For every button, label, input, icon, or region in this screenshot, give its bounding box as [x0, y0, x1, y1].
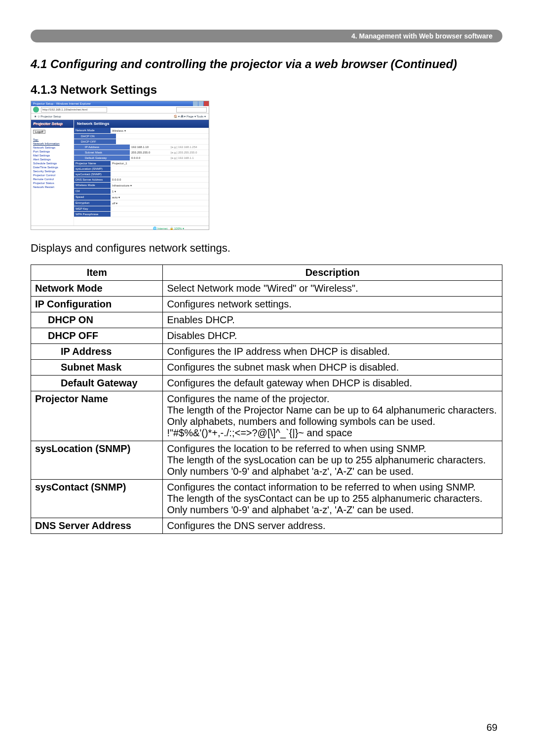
settings-row-value: auto ▾	[111, 194, 209, 200]
description-cell: Disables DHCP.	[163, 328, 502, 344]
sidebar-item: Mail Settings	[33, 153, 74, 157]
status-bar-text: Internet	[157, 227, 167, 230]
settings-row: Encryptionoff ▾	[74, 200, 209, 206]
settings-row-label: Projector Name	[74, 161, 111, 166]
intro-text: Displays and configures network settings…	[31, 242, 502, 255]
item-cell: DHCP ON	[31, 312, 163, 328]
embedded-screenshot: Projector Setup - Windows Internet Explo…	[31, 101, 209, 230]
settings-row-value: 0.0.0.0	[111, 177, 209, 182]
settings-row: Projector NameProjector_1	[74, 161, 209, 166]
item-cell: Default Gateway	[31, 376, 163, 391]
settings-row-value: 255.255.255.0[e.g.] 255.255.255.0	[130, 150, 209, 155]
table-row: Projector NameConfigures the name of the…	[31, 391, 502, 441]
settings-row-label: WPA Passphrase	[74, 212, 111, 217]
address-bar: http://192.168.1.10/admin/net.html	[31, 106, 209, 113]
settings-row-value	[111, 206, 209, 211]
panel-title: Network Settings	[74, 120, 209, 128]
settings-row: Default Gateway0.0.0.0[e.g.] 192.168.1.1	[74, 155, 209, 161]
settings-row-label: sysLocation (SNMP)	[74, 166, 111, 171]
table-row: IP ConfigurationConfigures network setti…	[31, 297, 502, 312]
settings-row-label: DNS Server Address	[74, 177, 111, 182]
window-title: Projector Setup - Windows Internet Explo…	[33, 102, 91, 105]
item-cell: Network Mode	[31, 281, 163, 297]
table-row: DHCP OFFDisables DHCP.	[31, 328, 502, 344]
settings-row: DHCP ON	[74, 134, 209, 139]
item-cell: sysLocation (SNMP)	[31, 441, 163, 480]
item-cell: Subnet Mask	[31, 360, 163, 376]
fav-label: Projector Setup	[40, 115, 61, 118]
settings-row-value	[111, 172, 209, 177]
table-row: sysContact (SNMP)Configures the contact …	[31, 480, 502, 518]
settings-row-label: Wireless Mode	[74, 183, 111, 188]
main-panel: Network Settings Network ModeWireless ▾D…	[74, 120, 209, 226]
item-cell: IP Configuration	[31, 297, 163, 312]
description-cell: Configures the subnet mask when DHCP is …	[163, 360, 502, 376]
sidebar-item: Date/Time Settings	[33, 165, 74, 169]
description-cell: Configures the default gateway when DHCP…	[163, 376, 502, 391]
sidebar-item: Schedule Settings	[33, 161, 74, 165]
description-cell: Enables DHCP.	[163, 312, 502, 328]
settings-row-label: CH	[74, 189, 111, 194]
description-cell: Select Network mode "Wired" or "Wireless…	[163, 281, 502, 297]
window-controls	[192, 101, 209, 106]
settings-row: Subnet Mask255.255.255.0[e.g.] 255.255.2…	[74, 150, 209, 155]
sidebar-item: Projector Control	[33, 173, 74, 177]
settings-row: Wireless ModeInfrastructure ▾	[74, 183, 209, 189]
settings-row-label: Speed	[74, 194, 111, 200]
settings-row-label: Default Gateway	[74, 155, 130, 160]
col-header-description: Description	[163, 265, 502, 281]
settings-row-value: off ▾	[111, 200, 209, 206]
settings-row-label: WEP Key	[74, 206, 111, 211]
close-icon	[204, 101, 209, 106]
settings-row: CH1 ▾	[74, 189, 209, 194]
sidebar-item: Network Restart	[33, 185, 74, 189]
settings-row-label: DHCP OFF	[74, 139, 116, 144]
table-row: Network ModeSelect Network mode "Wired" …	[31, 281, 502, 297]
settings-row-value	[116, 139, 209, 144]
settings-row-label: IP Address	[74, 145, 130, 150]
url-field: http://192.168.1.10/admin/net.html	[41, 107, 107, 113]
chapter-tab: 4. Management with Web browser software	[31, 30, 502, 42]
fav-toolbar: ★ ✩ Projector Setup 🏠 ▾ 🖶 ▾ Page ▾ Tools…	[31, 113, 209, 120]
settings-row-value	[111, 212, 209, 217]
description-cell: Configures the IP address when DHCP is d…	[163, 344, 502, 360]
settings-row-value	[111, 166, 209, 171]
settings-row-value: 0.0.0.0[e.g.] 192.168.1.1	[130, 155, 209, 160]
sidebar-item: Alert Settings	[33, 157, 74, 161]
minimize-icon	[193, 101, 198, 106]
sidebar-item: Projector Status	[33, 181, 74, 185]
section-title-continued: 4.1 Configuring and controlling the proj…	[31, 57, 502, 71]
maximize-icon	[198, 101, 203, 106]
window-titlebar: Projector Setup - Windows Internet Explo…	[31, 101, 209, 106]
item-cell: IP Address	[31, 344, 163, 360]
table-row: IP AddressConfigures the IP address when…	[31, 344, 502, 360]
item-cell: DNS Server Address	[31, 518, 163, 534]
sidebar-item: Top:	[33, 138, 74, 142]
sidebar-item: Network Settings	[33, 146, 74, 150]
back-icon	[33, 107, 39, 113]
subsection-title: 4.1.3 Network Settings	[31, 83, 502, 97]
col-header-item: Item	[31, 265, 163, 281]
settings-row: DHCP OFF	[74, 139, 209, 145]
sidebar-item: Network Information	[33, 142, 74, 146]
toolbar-right: 🏠 ▾ 🖶 ▾ Page ▾ Tools ▾	[174, 113, 206, 119]
description-cell: Configures the DNS server address.	[163, 518, 502, 534]
description-cell: Configures the location to be referred t…	[163, 441, 502, 480]
search-field	[176, 107, 207, 113]
settings-row-label: sysContact (SNMP)	[74, 172, 111, 177]
settings-row: IP Address192.168.1.10[e.g.] 192.168.1.2…	[74, 145, 209, 150]
settings-table: Item Description Network ModeSelect Netw…	[31, 265, 502, 534]
table-row: DNS Server AddressConfigures the DNS ser…	[31, 518, 502, 534]
table-row: DHCP ONEnables DHCP.	[31, 312, 502, 328]
settings-row: Speedauto ▾	[74, 194, 209, 200]
sidebar-item: Security Settings	[33, 169, 74, 173]
description-cell: Configures the contact information to be…	[163, 480, 502, 518]
status-bar: 🌐 Internet 🔒 100% ▾	[31, 226, 209, 231]
sidebar-item: Remote Control	[33, 177, 74, 181]
settings-row-label: Subnet Mask	[74, 150, 130, 155]
sidebar: Projector Setup Logoff Top:Network Infor…	[31, 120, 74, 226]
settings-row-value: Wireless ▾	[111, 128, 209, 133]
logoff-button: Logoff	[33, 130, 45, 134]
settings-row-label: DHCP ON	[74, 134, 116, 139]
item-cell: sysContact (SNMP)	[31, 480, 163, 518]
